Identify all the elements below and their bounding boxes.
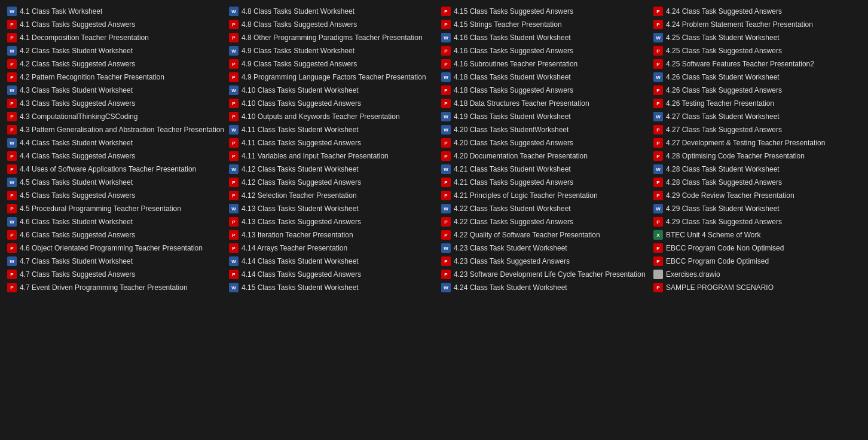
list-item[interactable]: P4.10 Class Tasks Suggested Answers — [227, 97, 439, 110]
column-4: P4.24 Class Task Suggested AnswersP4.24 … — [651, 5, 863, 294]
list-item[interactable]: W4.24 Class Task Student Worksheet — [439, 281, 651, 294]
list-item[interactable]: P4.27 Class Task Suggested Answers — [651, 123, 863, 136]
list-item[interactable]: W4.13 Class Tasks Student Worksheet — [227, 202, 439, 215]
list-item[interactable]: P4.6 Object Orientated Programming Teach… — [5, 242, 227, 255]
list-item[interactable]: P4.7 Class Tasks Suggested Answers — [5, 268, 227, 281]
list-item[interactable]: P4.20 Documentation Teacher Presentation — [439, 149, 651, 163]
pdf-icon: P — [7, 230, 17, 240]
list-item[interactable]: P4.26 Class Task Suggested Answers — [651, 84, 863, 97]
list-item[interactable]: W4.21 Class Tasks Student Worksheet — [439, 163, 651, 176]
list-item[interactable]: P4.27 Development & Testing Teacher Pres… — [651, 136, 863, 149]
pdf-icon: P — [229, 72, 239, 82]
list-item[interactable]: W4.26 Class Task Student Worksheet — [651, 71, 863, 84]
list-item[interactable]: P4.12 Selection Teacher Presentation — [227, 189, 439, 202]
list-item[interactable]: P4.11 Class Tasks Suggested Answers — [227, 136, 439, 149]
list-item[interactable]: P4.18 Data Structures Teacher Presentati… — [439, 97, 651, 110]
pdf-icon: P — [441, 99, 451, 108]
list-item[interactable]: PEBCC Program Code Optimised — [651, 255, 863, 268]
list-item[interactable]: W4.15 Class Tasks Student Worksheet — [227, 281, 439, 294]
list-item[interactable]: P4.16 Subroutines Teacher Presentation — [439, 57, 651, 71]
list-item[interactable]: Exercises.drawio — [651, 268, 863, 281]
list-item[interactable]: P4.10 Outputs and Keywords Teacher Prese… — [227, 110, 439, 123]
list-item[interactable]: W4.2 Class Tasks Student Worksheet — [5, 44, 227, 57]
list-item[interactable]: XBTEC Unit 4 Scheme of Work — [651, 228, 863, 242]
list-item[interactable]: W4.20 Class Tasks StudentWorksheet — [439, 123, 651, 136]
list-item[interactable]: W4.12 Class Tasks Student Worksheet — [227, 163, 439, 176]
file-name: 4.10 Class Tasks Suggested Answers — [242, 99, 361, 108]
list-item[interactable]: W4.19 Class Tasks Student Worksheet — [439, 110, 651, 123]
list-item[interactable]: P4.22 Quality of Software Teacher Presen… — [439, 228, 651, 242]
list-item[interactable]: P4.3 ComputationalThinkingCSCoding — [5, 110, 227, 123]
list-item[interactable]: P4.4 Uses of Software Applications Teach… — [5, 163, 227, 176]
list-item[interactable]: W4.7 Class Tasks Student Worksheet — [5, 255, 227, 268]
pdf-icon: P — [7, 283, 17, 292]
list-item[interactable]: W4.1 Class Task Worksheet — [5, 5, 227, 18]
list-item[interactable]: P4.11 Variables and Input Teacher Presen… — [227, 149, 439, 163]
list-item[interactable]: P4.24 Problem Statement Teacher Presenta… — [651, 18, 863, 31]
list-item[interactable]: W4.14 Class Tasks Student Worksheet — [227, 255, 439, 268]
list-item[interactable]: P4.9 Programming Language Factors Teache… — [227, 71, 439, 84]
list-item[interactable]: P4.14 Class Tasks Suggested Answers — [227, 268, 439, 281]
list-item[interactable]: W4.25 Class Task Student Worksheet — [651, 31, 863, 44]
list-item[interactable]: P4.29 Code Review Teacher Presentation — [651, 189, 863, 202]
list-item[interactable]: P4.18 Class Tasks Suggested Answers — [439, 84, 651, 97]
list-item[interactable]: P4.3 Pattern Generalisation and Abstract… — [5, 123, 227, 136]
list-item[interactable]: P4.22 Class Tasks Suggested Answers — [439, 215, 651, 228]
list-item[interactable]: P4.8 Other Programming Paradigms Teacher… — [227, 31, 439, 44]
pdf-icon: P — [7, 125, 17, 135]
list-item[interactable]: W4.22 Class Tasks Student Worksheet — [439, 202, 651, 215]
list-item[interactable]: W4.11 Class Tasks Student Worksheet — [227, 123, 439, 136]
pdf-icon: P — [7, 243, 17, 253]
list-item[interactable]: P4.6 Class Tasks Suggested Answers — [5, 228, 227, 242]
list-item[interactable]: P4.21 Class Tasks Suggested Answers — [439, 176, 651, 189]
list-item[interactable]: W4.27 Class Task Student Worksheet — [651, 110, 863, 123]
list-item[interactable]: P4.28 Class Task Suggested Answers — [651, 176, 863, 189]
list-item[interactable]: P4.20 Class Tasks Suggested Answers — [439, 136, 651, 149]
list-item[interactable]: W4.29 Class Task Student Worksheet — [651, 202, 863, 215]
list-item[interactable]: W4.16 Class Tasks Student Worksheet — [439, 31, 651, 44]
list-item[interactable]: P4.13 Iteration Teacher Presentation — [227, 228, 439, 242]
list-item[interactable]: W4.6 Class Tasks Student Worksheet — [5, 215, 227, 228]
list-item[interactable]: P4.23 Software Development Life Cycle Te… — [439, 268, 651, 281]
list-item[interactable]: P4.14 Arrays Teacher Presentation — [227, 242, 439, 255]
list-item[interactable]: P4.9 Class Tasks Suggested Answers — [227, 57, 439, 71]
list-item[interactable]: P4.12 Class Tasks Suggested Answers — [227, 176, 439, 189]
list-item[interactable]: P4.26 Testing Teacher Presentation — [651, 97, 863, 110]
list-item[interactable]: P4.2 Pattern Recognition Teacher Present… — [5, 71, 227, 84]
list-item[interactable]: P4.25 Class Task Suggested Answers — [651, 44, 863, 57]
list-item[interactable]: W4.9 Class Tasks Student Worksheet — [227, 44, 439, 57]
list-item[interactable]: P4.1 Decomposition Teacher Presentation — [5, 31, 227, 44]
file-name: 4.23 Class Task Student Worksheet — [454, 244, 567, 252]
list-item[interactable]: W4.10 Class Tasks Student Worksheet — [227, 84, 439, 97]
list-item[interactable]: P4.4 Class Tasks Suggested Answers — [5, 149, 227, 163]
list-item[interactable]: P4.1 Class Tasks Suggested Answers — [5, 18, 227, 31]
list-item[interactable]: P4.5 Class Tasks Suggested Answers — [5, 189, 227, 202]
list-item[interactable]: P4.25 Software Features Teacher Presenta… — [651, 57, 863, 71]
list-item[interactable]: PSAMPLE PROGRAM SCENARIO — [651, 281, 863, 294]
list-item[interactable]: P4.21 Principles of Logic Teacher Presen… — [439, 189, 651, 202]
list-item[interactable]: P4.15 Strings Teacher Presentation — [439, 18, 651, 31]
list-item[interactable]: W4.28 Class Task Student Worksheet — [651, 163, 863, 176]
list-item[interactable]: P4.15 Class Tasks Suggested Answers — [439, 5, 651, 18]
list-item[interactable]: W4.8 Class Tasks Student Worksheet — [227, 5, 439, 18]
list-item[interactable]: W4.4 Class Tasks Student Worksheet — [5, 136, 227, 149]
list-item[interactable]: P4.28 Optimising Code Teacher Presentati… — [651, 149, 863, 163]
list-item[interactable]: W4.23 Class Task Student Worksheet — [439, 242, 651, 255]
list-item[interactable]: W4.3 Class Tasks Student Worksheet — [5, 84, 227, 97]
file-name: 4.3 ComputationalThinkingCSCoding — [20, 112, 137, 121]
pdf-icon: P — [441, 7, 451, 16]
list-item[interactable]: P4.5 Procedural Programming Teacher Pres… — [5, 202, 227, 215]
list-item[interactable]: W4.5 Class Tasks Student Worksheet — [5, 176, 227, 189]
list-item[interactable]: PEBCC Program Code Non Optimised — [651, 242, 863, 255]
list-item[interactable]: P4.3 Class Tasks Suggested Answers — [5, 97, 227, 110]
list-item[interactable]: W4.18 Class Tasks Student Worksheet — [439, 71, 651, 84]
list-item[interactable]: P4.8 Class Tasks Suggested Answers — [227, 18, 439, 31]
list-item[interactable]: P4.24 Class Task Suggested Answers — [651, 5, 863, 18]
list-item[interactable]: P4.29 Class Task Suggested Answers — [651, 215, 863, 228]
list-item[interactable]: P4.16 Class Tasks Suggested Answers — [439, 44, 651, 57]
list-item[interactable]: P4.13 Class Tasks Suggested Answers — [227, 215, 439, 228]
list-item[interactable]: P4.2 Class Tasks Suggested Answers — [5, 57, 227, 71]
pdf-icon: P — [653, 138, 663, 148]
list-item[interactable]: P4.7 Event Driven Programming Teacher Pr… — [5, 281, 227, 294]
list-item[interactable]: P4.23 Class Task Suggested Answers — [439, 255, 651, 268]
